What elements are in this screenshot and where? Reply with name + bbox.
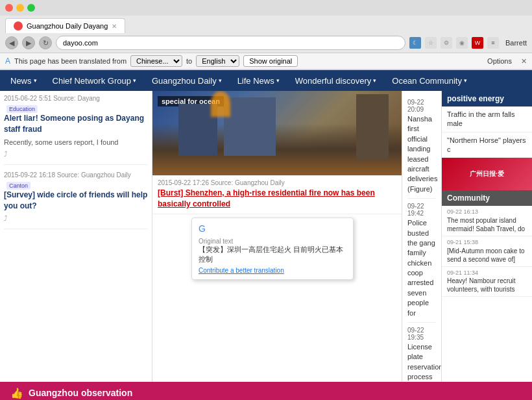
google-translate-icon: G — [199, 223, 206, 234]
nav-arrow-life: ▾ — [276, 77, 280, 84]
sidebar: positive energy Traffic in the arm falls… — [441, 91, 532, 382]
list-article-3: 09-22 19:35 License plate reservation pr… — [407, 323, 436, 382]
back-button[interactable]: ◀ — [5, 36, 18, 49]
sidebar-ad-image: 广州日报·爱 — [442, 158, 532, 190]
nav-label-news: News — [10, 76, 32, 86]
nav-label-life: Life News — [237, 76, 274, 86]
list-article-2-meta: 09-22 19:42 — [407, 203, 436, 217]
guangzhou-observation-bar: 👍 Guangzhou observation — [0, 382, 532, 400]
nav-item-news[interactable]: News ▾ — [3, 70, 45, 91]
list-article-3-meta: 09-22 19:35 — [407, 327, 436, 341]
url-bar[interactable] — [56, 36, 405, 50]
nav-item-wonderful[interactable]: Wonderful discovery ▾ — [287, 70, 385, 91]
nav-arrow-guangzhou: ▾ — [219, 77, 222, 84]
list-article-2: 09-22 19:42 Police busted the gang famil… — [407, 199, 436, 323]
community-item-2[interactable]: 09-21 15:38 [Mid-Autumn moon cake to sen… — [442, 236, 532, 267]
to-lang-select[interactable]: English — [196, 55, 239, 67]
middle-column: special for ocean 2015-09-22 17:26 Sourc… — [152, 91, 402, 382]
user-name: Barrett — [505, 39, 527, 47]
close-button[interactable] — [5, 4, 13, 12]
menu-icon[interactable]: ≡ — [487, 37, 499, 49]
observation-title: Guangzhou observation — [29, 388, 132, 398]
sidebar-item-2[interactable]: "Northern Horse" players c — [442, 132, 532, 158]
left-column: 2015-06-22 5:51 Source: Dayang Education… — [0, 91, 152, 382]
forward-button[interactable]: ▶ — [22, 36, 35, 49]
title-bar — [0, 0, 532, 16]
article-1-tag: Education — [6, 105, 38, 113]
nav-item-guangzhou-daily[interactable]: Guangzhou Daily ▾ — [144, 70, 230, 91]
tooltip-label: Original text — [199, 238, 346, 245]
mid-article: 2015-09-22 17:26 Source: Guangzhou Daily… — [152, 175, 402, 214]
gear-icon[interactable]: ⚙ — [441, 37, 452, 49]
w-icon: W — [472, 37, 483, 49]
traffic-lights — [5, 4, 35, 12]
maximize-button[interactable] — [27, 4, 35, 12]
translation-tooltip: G Original text 【突发】深圳一高层住宅起火 目前明火已基本控制 … — [191, 218, 354, 280]
nav-label-ocean: Ocean Community — [392, 76, 462, 86]
sidebar-item-1[interactable]: Traffic in the arm falls male — [442, 106, 532, 132]
star-icon[interactable]: ☆ — [425, 37, 437, 49]
nav-arrow-news: ▾ — [34, 77, 37, 84]
nav-label-chief: Chief Network Group — [53, 76, 131, 86]
moon-icon: ☾ — [409, 37, 421, 49]
content-area: 2015-06-22 5:51 Source: Dayang Education… — [0, 91, 532, 382]
nav-arrow-chief: ▾ — [133, 77, 136, 84]
share-icon-2[interactable]: ⤴ — [4, 214, 148, 222]
nav-item-chief-network[interactable]: Chief Network Group ▾ — [45, 70, 144, 91]
minimize-button[interactable] — [16, 4, 24, 12]
nav-arrow-ocean: ▾ — [464, 77, 467, 84]
tab-title: Guangzhou Daily Dayang — [27, 22, 108, 30]
article-2: 2015-09-22 16:18 Source: Guangzhou Daily… — [4, 171, 148, 229]
article-2-meta: 2015-09-22 16:18 Source: Guangzhou Daily — [4, 171, 148, 179]
browser-icons: ☾ ☆ ⚙ ◉ W ≡ — [409, 37, 499, 49]
tooltip-original-text: 【突发】深圳一高层住宅起火 目前明火已基本控制 — [199, 245, 346, 264]
tooltip-translate-icons: G — [199, 223, 346, 234]
article-2-tag: Canton — [6, 182, 30, 190]
translate-close-button[interactable]: ✕ — [521, 57, 527, 66]
nav-bar: News ▾ Chief Network Group ▾ Guangzhou D… — [0, 70, 532, 91]
community-item-1[interactable]: 09-22 16:13 The most popular island merm… — [442, 206, 532, 236]
right-list-column: 09-22 20:09 Nansha first official landin… — [402, 91, 441, 382]
show-original-button[interactable]: Show original — [243, 55, 298, 67]
observation-icon: 👍 — [10, 387, 23, 399]
article-1-title[interactable]: Alert liar! Someone posing as Dayang sta… — [4, 113, 148, 135]
mid-article-meta: 2015-09-22 17:26 Source: Guangzhou Daily — [158, 179, 396, 186]
toolbar: ◀ ▶ ↻ ☾ ☆ ⚙ ◉ W ≡ Barrett — [0, 33, 532, 53]
tooltip-contribute-link[interactable]: Contribute a better translation — [199, 267, 346, 274]
browser-chrome: Guangzhou Daily Dayang ✕ ◀ ▶ ↻ ☾ ☆ ⚙ ◉ W… — [0, 0, 532, 70]
nav-item-ocean[interactable]: Ocean Community ▾ — [384, 70, 475, 91]
refresh-button[interactable]: ↻ — [39, 36, 52, 49]
community-item-3[interactable]: 09-21 11:34 Heavy! Nambour recruit volun… — [442, 267, 532, 297]
options-button[interactable]: Options — [482, 56, 517, 66]
nav-label-guangzhou: Guangzhou Daily — [152, 76, 217, 86]
list-article-2-title[interactable]: Police busted the gang family chicken co… — [407, 218, 436, 318]
article-2-title[interactable]: [Survey] wide circle of friends will hel… — [4, 190, 148, 212]
article-1-meta: 2015-06-22 5:51 Source: Dayang — [4, 95, 148, 102]
tab-bar: Guangzhou Daily Dayang ✕ — [0, 16, 532, 33]
mid-article-title[interactable]: [Burst] Shenzhen, a high-rise residentia… — [158, 188, 396, 210]
nav-label-wonderful: Wonderful discovery — [295, 76, 372, 86]
article-1-text: Recently, some users report, I found — [4, 138, 148, 147]
from-lang-select[interactable]: Chinese... — [130, 55, 182, 67]
tab-close-button[interactable]: ✕ — [112, 23, 117, 30]
list-article-1: 09-22 20:09 Nansha first official landin… — [407, 95, 436, 199]
community-header: Community — [442, 190, 532, 206]
share-icon-1[interactable]: ⤴ — [4, 150, 148, 158]
translate-text: This page has been translated from — [14, 57, 127, 65]
article-1: 2015-06-22 5:51 Source: Dayang Education… — [4, 95, 148, 165]
shield-icon: ◉ — [456, 37, 468, 49]
tab-favicon — [14, 21, 23, 31]
nav-arrow-wonderful: ▾ — [373, 77, 376, 84]
positive-energy-header: positive energy — [442, 91, 532, 106]
translate-bar: A This page has been translated from Chi… — [0, 53, 532, 69]
mid-article-image: special for ocean — [152, 91, 402, 175]
list-article-1-meta: 09-22 20:09 — [407, 99, 436, 113]
nav-item-life-news[interactable]: Life News ▾ — [230, 70, 287, 91]
list-article-3-title[interactable]: License plate reservation process simpli… — [407, 342, 436, 382]
list-article-1-title[interactable]: Nansha first official landing leased air… — [407, 114, 436, 194]
browser-tab[interactable]: Guangzhou Daily Dayang ✕ — [5, 18, 125, 33]
